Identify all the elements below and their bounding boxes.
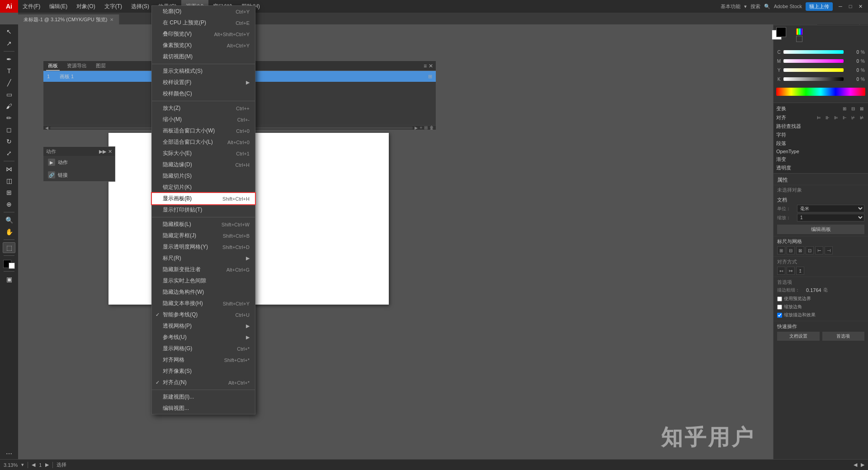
direct-select-tool[interactable]: ↗: [3, 38, 15, 49]
doc-tab-1[interactable]: 未标题-1 @ 3.12% (CMYK/GPU 预览) ✕: [18, 14, 119, 24]
menu-item-hide-bounding-box[interactable]: 隐藏定界框(J) Shift+Ctrl+B: [152, 230, 255, 241]
ruler-icon-5[interactable]: ⊢: [815, 246, 823, 254]
menu-item-lock-slices[interactable]: 锁定切片(K): [152, 182, 255, 193]
menu-item-zoom-in[interactable]: 放大(Z) Ctrl++: [152, 103, 255, 114]
preferences-btn[interactable]: 首选项: [822, 332, 865, 341]
menu-item-proof-colors[interactable]: 校样颜色(C): [152, 88, 255, 99]
menu-item-cpu-preview[interactable]: 在 CPU 上预览(P) Ctrl+E: [152, 17, 255, 28]
scale-select[interactable]: 1: [797, 214, 864, 221]
shape-builder-tool[interactable]: ⊕: [3, 199, 15, 210]
canvas-area[interactable]: 画板 资源导出 图层 ≡ ✕ 1 画板 1 ⊞ ◀ ▶ + ⊞ 🗑: [18, 24, 773, 459]
none-swatch[interactable]: [796, 36, 802, 42]
menu-item-hide-corner-widget[interactable]: 隐藏边角构件(W): [152, 287, 255, 298]
ruler-icon-4[interactable]: ⊡: [806, 246, 814, 254]
scale-stroke-checkbox[interactable]: [777, 313, 782, 318]
ap-close-icon[interactable]: ✕: [108, 149, 112, 155]
fg-swatch[interactable]: [776, 27, 786, 37]
menu-item-rulers[interactable]: 标尺(R) ▶: [152, 253, 255, 264]
ab-btn-3[interactable]: 🗑: [429, 125, 434, 130]
menu-item-hide-template[interactable]: 隐藏模板(L) Shift+Ctrl+W: [152, 219, 255, 230]
ab-btn-1[interactable]: +: [420, 125, 422, 130]
slider-k[interactable]: [783, 77, 844, 81]
menu-item-snap-to-grid[interactable]: 对齐网格 Shift+Ctrl+*: [152, 354, 255, 366]
menu-item-guides[interactable]: 参考线(U) ▶: [152, 332, 255, 343]
status-nav2-right[interactable]: ▶: [861, 462, 864, 468]
menu-object[interactable]: 对象(O): [72, 0, 99, 13]
menu-item-fit-all[interactable]: 全部适合窗口大小(L) Alt+Ctrl+0: [152, 136, 255, 148]
eraser-tool[interactable]: ◻: [3, 124, 15, 135]
ap-expand-icon[interactable]: ▶▶: [99, 149, 106, 155]
menu-item-edit-views[interactable]: 编辑视图...: [152, 403, 255, 414]
ab-scroll-right[interactable]: ▶: [415, 126, 418, 130]
align-icon-3[interactable]: ⊫: [832, 114, 840, 121]
doc-settings-btn[interactable]: 文档设置: [777, 332, 820, 341]
menu-item-crop-view[interactable]: 裁切视图(M): [152, 51, 255, 62]
rotate-tool[interactable]: ↻: [3, 136, 15, 147]
transform-icon-2[interactable]: ⊟: [849, 105, 857, 112]
slider-c[interactable]: [783, 50, 844, 54]
panel-tab-artboard[interactable]: 画板: [46, 61, 60, 70]
transform-icon-1[interactable]: ⊞: [841, 105, 848, 112]
rect-tool[interactable]: ▭: [3, 89, 15, 100]
status-nav-right[interactable]: ▶: [45, 462, 49, 468]
align-icon-5[interactable]: ⊬: [849, 114, 857, 121]
select-tool[interactable]: ↖: [3, 26, 15, 37]
workspace-dropdown-icon[interactable]: ▾: [744, 4, 747, 9]
close-btn[interactable]: ✕: [856, 2, 864, 10]
ruler-icon-3[interactable]: ⊠: [796, 246, 804, 254]
hand-tool[interactable]: ✋: [3, 226, 15, 237]
align-icon-6[interactable]: ⊭: [858, 114, 865, 121]
ruler-icon-2[interactable]: ⊟: [787, 246, 795, 254]
align-dir-icon-3[interactable]: ↥: [796, 267, 804, 275]
menu-item-show-grid[interactable]: 显示网格(G) Ctrl+*: [152, 343, 255, 354]
scale-corners-checkbox[interactable]: [777, 305, 782, 310]
menu-file[interactable]: 文件(F): [18, 0, 45, 13]
slider-y[interactable]: [783, 68, 844, 72]
menu-item-new-view[interactable]: 新建视图(I)...: [152, 391, 255, 403]
screen-mode-btn[interactable]: ▣: [3, 274, 15, 285]
menu-item-hide-gradient-annotator[interactable]: 隐藏新变批注者 Alt+Ctrl+G: [152, 264, 255, 275]
align-icon-4[interactable]: ⊩: [841, 114, 848, 121]
panel-menu-icon[interactable]: ≡: [424, 63, 427, 69]
action-link-btn[interactable]: 🔗 链接: [43, 169, 115, 181]
blend-tool[interactable]: ⋈: [3, 164, 15, 174]
paintbrush-tool[interactable]: 🖌: [3, 101, 15, 112]
use-preview-bounds-checkbox[interactable]: [777, 296, 782, 301]
bg-color-swatch[interactable]: [9, 263, 15, 269]
menu-item-pixel-preview[interactable]: 像素预览(X) Alt+Ctrl+Y: [152, 40, 255, 51]
artboard-tool[interactable]: ⬚: [3, 242, 15, 253]
ruler-icon-6[interactable]: ⊣: [825, 246, 833, 254]
gradient-preview[interactable]: [776, 88, 865, 96]
menu-item-show-print-tiling[interactable]: 显示打印拼贴(T): [152, 204, 255, 216]
mesh-tool[interactable]: ⊞: [3, 187, 15, 198]
menu-item-show-live-paint-gaps[interactable]: 显示实时上色间隙: [152, 275, 255, 287]
align-dir-icon-2[interactable]: ↦: [787, 267, 795, 275]
menu-type[interactable]: 文字(T): [100, 0, 127, 13]
align-icon-2[interactable]: ⊪: [824, 114, 831, 121]
menu-item-fit-artboard[interactable]: 画板适合窗口大小(W) Ctrl+0: [152, 125, 255, 136]
search-icon[interactable]: 🔍: [764, 4, 770, 9]
menu-item-snap-to-point[interactable]: ✓ 对齐点(N) Alt+Ctrl+*: [152, 377, 255, 388]
unit-select[interactable]: 毫米: [797, 205, 864, 212]
menu-item-overprint-preview[interactable]: 叠印预览(V) Alt+Shift+Ctrl+Y: [152, 28, 255, 40]
maximize-btn[interactable]: □: [846, 2, 854, 10]
edit-canvas-btn[interactable]: 编辑画板: [777, 225, 864, 234]
minimize-btn[interactable]: ─: [836, 2, 844, 10]
pen-tool[interactable]: ✒: [3, 54, 15, 65]
align-dir-icon-1[interactable]: ↤: [777, 267, 785, 275]
menu-item-perspective-grid[interactable]: 透视网格(P) ▶: [152, 320, 255, 332]
type-tool[interactable]: T: [3, 66, 15, 76]
zoom-dropdown-icon[interactable]: ▾: [21, 462, 24, 468]
action-play-btn[interactable]: ▶ 动作: [43, 156, 115, 169]
menu-item-snap-to-pixel[interactable]: 对齐像素(S): [152, 366, 255, 377]
menu-edit[interactable]: 编辑(E): [45, 0, 72, 13]
panel-tab-export[interactable]: 资源导出: [65, 61, 89, 70]
panel-tab-layers[interactable]: 图层: [94, 61, 108, 70]
menu-item-hide-edges[interactable]: 隐藏边缘(D) Ctrl+H: [152, 159, 255, 170]
menu-item-show-artboards[interactable]: 显示画板(B) Shift+Ctrl+H: [152, 193, 255, 204]
menu-item-presentation-mode[interactable]: 显示文稿模式(S): [152, 66, 255, 77]
menu-item-actual-size[interactable]: 实际大小(E) Ctrl+1: [152, 148, 255, 159]
status-nav-left[interactable]: ◀: [32, 462, 35, 468]
gradient-tool[interactable]: ◫: [3, 175, 15, 186]
zoom-tool[interactable]: 🔍: [3, 215, 15, 226]
